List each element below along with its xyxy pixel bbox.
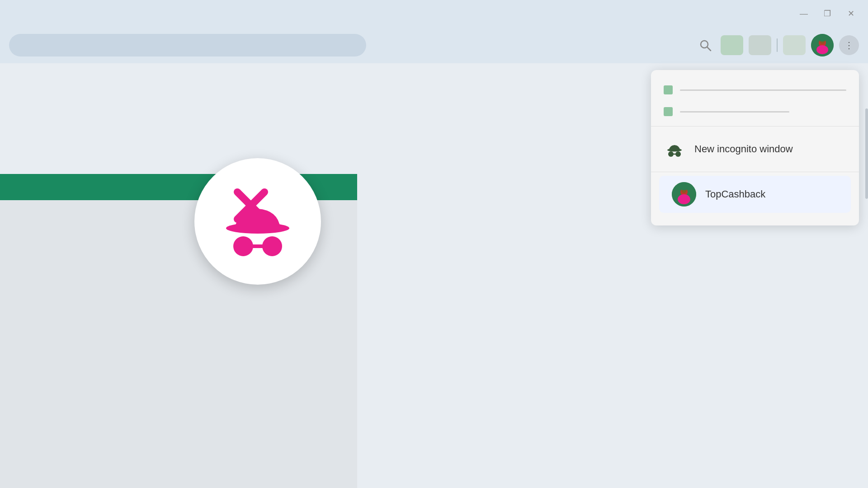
menu-separator-1 xyxy=(651,126,859,127)
browser-toolbar: ⋮ xyxy=(0,27,868,63)
toolbar-button-2[interactable] xyxy=(749,35,771,55)
new-incognito-window-label: New incognito window xyxy=(694,143,793,155)
profile-item-avatar xyxy=(672,182,696,206)
minimize-button[interactable]: — xyxy=(796,5,812,22)
main-content: New incognito window TopCashback xyxy=(0,63,868,488)
toolbar-button-3[interactable] xyxy=(783,35,806,55)
toolbar-divider xyxy=(777,38,778,52)
svg-point-15 xyxy=(675,151,681,157)
profile-account-name: TopCashback xyxy=(705,188,765,200)
svg-point-19 xyxy=(678,194,690,204)
svg-line-1 xyxy=(707,47,711,51)
profile-account-item[interactable]: TopCashback xyxy=(659,176,851,213)
more-options-button[interactable]: ⋮ xyxy=(839,35,859,55)
toolbar-button-1[interactable] xyxy=(721,35,743,55)
profile-button[interactable] xyxy=(811,34,834,56)
context-menu: New incognito window TopCashback xyxy=(651,70,859,225)
placeholder-line-2 xyxy=(680,111,789,113)
svg-point-21 xyxy=(680,187,688,190)
svg-point-14 xyxy=(668,151,674,157)
svg-point-10 xyxy=(233,236,253,256)
new-incognito-window-item[interactable]: New incognito window xyxy=(651,130,859,168)
svg-point-4 xyxy=(816,45,828,54)
menu-placeholder-row-1 xyxy=(651,79,859,101)
svg-point-11 xyxy=(262,236,282,256)
more-options-icon: ⋮ xyxy=(844,40,854,51)
placeholder-icon-2 xyxy=(664,107,673,116)
close-button[interactable]: ✕ xyxy=(843,5,859,22)
placeholder-icon-1 xyxy=(664,85,673,94)
restore-button[interactable]: ❐ xyxy=(819,5,835,22)
placeholder-line-1 xyxy=(680,89,846,91)
incognito-icon-circle xyxy=(194,158,321,285)
incognito-menu-icon xyxy=(664,138,685,160)
svg-point-6 xyxy=(819,38,826,42)
menu-placeholder-row-2 xyxy=(651,101,859,122)
scrollbar[interactable] xyxy=(865,108,868,199)
address-bar[interactable] xyxy=(9,34,366,56)
menu-separator-2 xyxy=(651,172,859,172)
title-bar: — ❐ ✕ xyxy=(0,0,868,27)
search-button[interactable] xyxy=(695,35,715,55)
